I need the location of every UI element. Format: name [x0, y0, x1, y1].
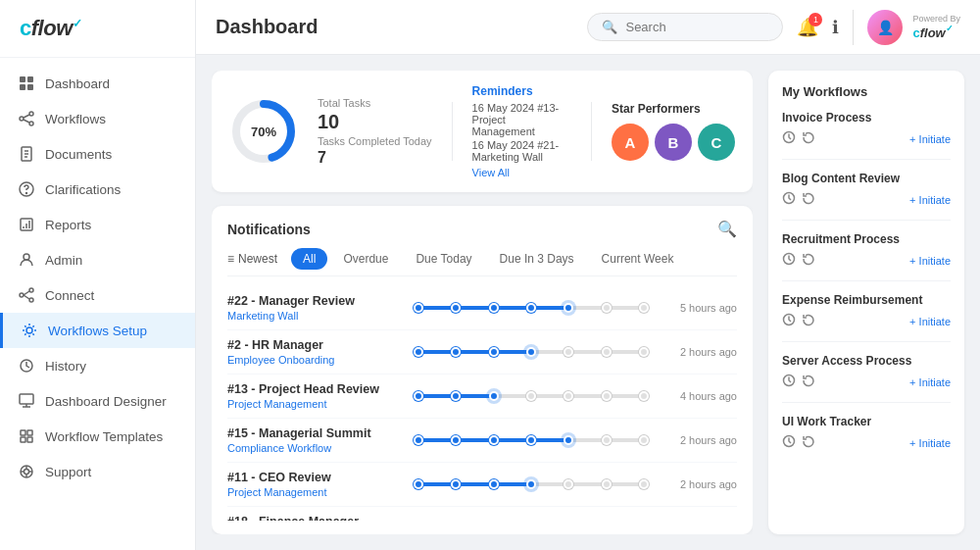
sidebar-item-admin[interactable]: Admin	[0, 242, 195, 277]
workflow-item: Server Access Process + Initiate	[782, 354, 951, 403]
avatars-row: ABC	[612, 124, 735, 161]
notif-subtitle: Project Management	[227, 486, 404, 498]
notif-info: #11 - CEO Review Project Management	[227, 471, 404, 498]
clock-icon	[782, 191, 796, 208]
svg-line-23	[24, 291, 29, 295]
svg-point-21	[29, 288, 33, 292]
initiate-button[interactable]: + Initiate	[909, 133, 951, 145]
workflow-name: Server Access Process	[782, 354, 951, 368]
svg-point-5	[29, 112, 33, 116]
sidebar-item-label: History	[45, 359, 86, 374]
support-icon	[18, 463, 35, 480]
progress-dots	[414, 347, 649, 357]
progress-track	[414, 306, 649, 310]
sidebar-item-workflows-setup[interactable]: Workflows Setup	[0, 313, 195, 348]
progress-dot	[489, 303, 499, 313]
svg-line-7	[24, 115, 29, 118]
admin-icon	[18, 251, 35, 269]
info-icon: ℹ	[832, 17, 839, 38]
workflow-name: Recruitment Process	[782, 232, 951, 246]
workflow-name: Invoice Process	[782, 111, 951, 125]
sidebar-item-dashboard-designer[interactable]: Dashboard Designer	[0, 383, 195, 419]
sidebar-item-clarifications[interactable]: Clarifications	[0, 172, 195, 207]
star-performers: Star Performers ABC	[612, 102, 735, 161]
sidebar-item-documents[interactable]: Documents	[0, 136, 195, 172]
search-input[interactable]	[625, 20, 768, 34]
notif-row[interactable]: #15 - Managerial Summit Compliance Workf…	[227, 419, 737, 463]
workflow-item: Blog Content Review + Initiate	[782, 172, 951, 221]
history-icon	[802, 313, 815, 329]
stats-divider	[452, 102, 453, 161]
tab-all[interactable]: All	[291, 248, 327, 270]
progress-dot	[602, 303, 612, 313]
my-workflows-title: My Workflows	[782, 84, 951, 99]
notification-bell[interactable]: 🔔 1	[797, 17, 818, 38]
svg-point-22	[29, 298, 33, 302]
sidebar-item-reports[interactable]: Reports	[0, 207, 195, 242]
star-title: Star Performers	[612, 102, 735, 116]
notifications-card: Notifications 🔍 ≡ Newest AllOverdueDue T…	[212, 206, 753, 534]
progress-track	[414, 482, 649, 486]
performer-avatar: C	[698, 124, 735, 161]
tab-due-today[interactable]: Due Today	[404, 248, 483, 270]
notif-row[interactable]: #13 - Project Head Review Project Manage…	[227, 375, 737, 419]
dashboard-icon	[18, 75, 35, 92]
progress-dots	[414, 479, 649, 489]
svg-rect-30	[21, 430, 25, 435]
reminders-title: Reminders	[472, 84, 571, 98]
sidebar-item-dashboard[interactable]: Dashboard	[0, 66, 195, 101]
sidebar-item-workflows[interactable]: Workflows	[0, 101, 195, 136]
view-all-link[interactable]: View All	[472, 167, 571, 178]
user-avatar[interactable]: 👤	[867, 10, 903, 45]
donut-chart: 70%	[229, 97, 298, 166]
progress-dot	[639, 435, 649, 445]
sidebar-item-history[interactable]: History	[0, 348, 195, 383]
notif-tabs: ≡ Newest AllOverdueDue TodayDue In 3 Day…	[227, 248, 737, 276]
powered-by-label: Powered By	[912, 14, 960, 24]
svg-rect-0	[20, 76, 25, 82]
notif-row[interactable]: #18 - Finance Manager Capex Approval Pro…	[227, 507, 737, 521]
workflow-actions: + Initiate	[782, 252, 951, 269]
notif-row[interactable]: #2 - HR Manager Employee Onboarding 2 ho…	[227, 330, 737, 375]
sidebar-item-workflow-templates[interactable]: Workflow Templates	[0, 419, 195, 454]
progress-dot	[526, 391, 536, 401]
progress-dot	[414, 435, 423, 445]
initiate-button[interactable]: + Initiate	[909, 255, 951, 267]
initiate-button[interactable]: + Initiate	[909, 376, 951, 388]
notif-row[interactable]: #11 - CEO Review Project Management 2 ho…	[227, 463, 737, 507]
sidebar-nav: Dashboard Workflows Documents Clarificat…	[0, 58, 195, 550]
tab-current-week[interactable]: Current Week	[590, 248, 686, 270]
notif-list: #22 - Manager Review Marketing Wall 5 ho…	[227, 286, 737, 521]
tab-overdue[interactable]: Overdue	[331, 248, 400, 270]
total-label: Total Tasks	[318, 97, 432, 109]
progress-dot	[564, 347, 573, 357]
notif-row[interactable]: #22 - Manager Review Marketing Wall 5 ho…	[227, 286, 737, 330]
info-button[interactable]: ℹ	[832, 17, 839, 38]
progress-dot	[414, 303, 423, 313]
progress-dot	[414, 479, 423, 489]
search-box[interactable]: 🔍	[587, 13, 783, 41]
progress-dot	[564, 435, 573, 445]
sidebar-item-label: Documents	[45, 147, 112, 162]
powered-by-area: Powered By cflow✓	[912, 14, 960, 40]
notif-subtitle: Employee Onboarding	[227, 354, 404, 366]
progress-dot	[414, 391, 423, 401]
initiate-button[interactable]: + Initiate	[909, 437, 951, 449]
sidebar-item-connect[interactable]: Connect	[0, 277, 195, 313]
reminders-list: 16 May 2024 #13-Project Management16 May…	[472, 102, 571, 163]
documents-icon	[18, 145, 35, 163]
performer-avatar: B	[655, 124, 692, 161]
initiate-button[interactable]: + Initiate	[909, 194, 951, 206]
sidebar-item-support[interactable]: Support	[0, 454, 195, 489]
notif-search-icon[interactable]: 🔍	[717, 220, 737, 238]
progress-line	[414, 482, 649, 486]
filter-icon: ≡	[227, 252, 234, 266]
progress-dots	[414, 435, 649, 445]
notif-header: Notifications 🔍	[227, 220, 737, 238]
progress-dot	[489, 435, 499, 445]
svg-rect-31	[27, 430, 32, 435]
progress-dot	[564, 303, 573, 313]
history-icon	[802, 130, 815, 147]
tab-due-in-3-days[interactable]: Due In 3 Days	[488, 248, 586, 270]
initiate-button[interactable]: + Initiate	[909, 316, 951, 327]
